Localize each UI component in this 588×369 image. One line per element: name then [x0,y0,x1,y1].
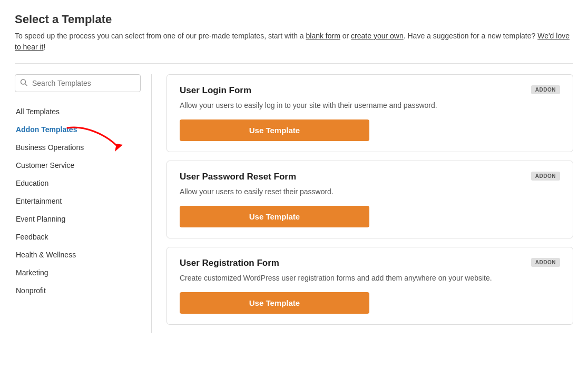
sidebar-item-entertainment[interactable]: Entertainment [15,192,151,210]
sidebar-item-marketing[interactable]: Marketing [15,264,151,282]
section-divider [15,63,573,64]
card-header: User Password Reset Form ADDON [180,172,560,182]
svg-line-1 [25,84,27,86]
page-subtitle: To speed up the process you can select f… [15,31,573,53]
use-template-button-login[interactable]: Use Template [180,119,369,141]
sidebar-item-event[interactable]: Event Planning [15,210,151,228]
sidebar: All Templates Addon Templates Business O… [15,74,152,333]
template-card-password-reset: User Password Reset Form ADDON Allow you… [166,161,573,238]
sidebar-item-business[interactable]: Business Operations [15,138,151,156]
nav-list: All Templates Addon Templates Business O… [15,103,151,300]
create-your-own-link[interactable]: create your own [351,32,404,40]
sidebar-item-addon[interactable]: Addon Templates [15,121,151,138]
search-icon [20,79,27,88]
use-template-button-registration[interactable]: Use Template [180,292,369,314]
addon-badge: ADDON [531,258,560,267]
card-title: User Login Form [180,85,251,96]
love-to-hear-link[interactable]: We'd love to hear it [15,32,570,51]
page-title: Select a Template [15,13,573,26]
use-template-button-reset[interactable]: Use Template [180,206,369,227]
sidebar-item-feedback[interactable]: Feedback [15,228,151,246]
search-input[interactable] [15,74,141,92]
card-title: User Password Reset Form [180,172,296,182]
card-description: Allow your users to easily log in to you… [180,100,560,111]
addon-badge: ADDON [531,172,560,181]
sidebar-item-customer[interactable]: Customer Service [15,156,151,174]
sidebar-item-nonprofit[interactable]: Nonprofit [15,282,151,300]
template-card-user-login: User Login Form ADDON Allow your users t… [166,74,573,152]
card-title: User Registration Form [180,258,279,268]
sidebar-item-health[interactable]: Health & Wellness [15,246,151,264]
main-layout: All Templates Addon Templates Business O… [15,74,573,333]
card-description: Allow your users to easily reset their p… [180,186,560,197]
sidebar-item-education[interactable]: Education [15,174,151,192]
sidebar-item-all[interactable]: All Templates [15,103,151,121]
template-card-registration: User Registration Form ADDON Create cust… [166,247,573,325]
search-wrapper [15,74,151,92]
addon-badge: ADDON [531,85,560,94]
card-header: User Login Form ADDON [180,85,560,96]
blank-form-link[interactable]: blank form [306,32,340,40]
card-header: User Registration Form ADDON [180,258,560,268]
template-list: User Login Form ADDON Allow your users t… [152,74,573,333]
card-description: Create customized WordPress user registr… [180,273,560,284]
